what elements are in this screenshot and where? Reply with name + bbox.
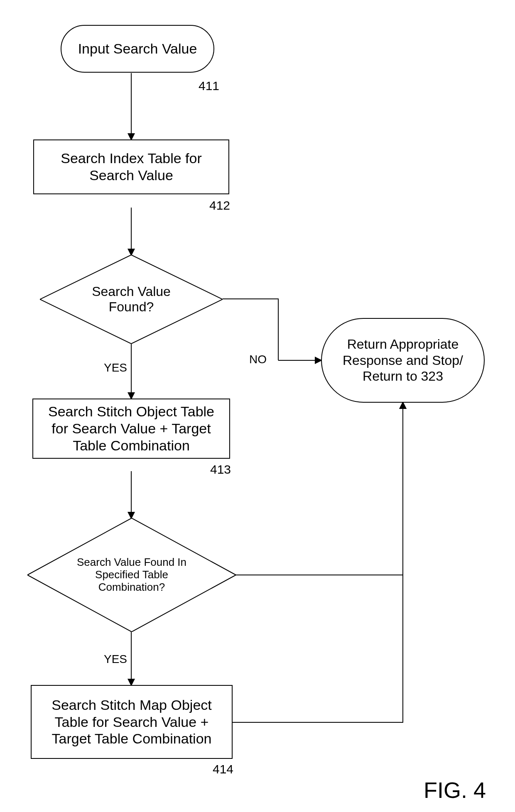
terminator-return-response: Return Appropriate Response and Stop/ Re…: [321, 318, 485, 403]
decision-search-value-found: Search Value Found?: [40, 255, 223, 344]
ref-411: 411: [199, 79, 219, 93]
decision-value-found-in-combo: Search Value Found In Specified Table Co…: [27, 518, 236, 632]
figure-label: FIG. 4: [424, 777, 486, 803]
edge-label-yes-2: YES: [104, 653, 127, 666]
flowchart-canvas: Input Search Value 411 Search Index Tabl…: [0, 0, 515, 812]
process-search-stitch-map-object-table: Search Stitch Map Object Table for Searc…: [31, 685, 233, 759]
terminator-text: Input Search Value: [78, 40, 197, 57]
terminator-input-search-value: Input Search Value: [61, 25, 214, 73]
process-text: Search Stitch Map Object Table for Searc…: [40, 697, 223, 747]
process-search-index-table: Search Index Table for Search Value: [33, 139, 229, 194]
ref-413: 413: [210, 462, 231, 477]
decision-text: Search Value Found In Specified Table Co…: [27, 518, 236, 632]
edge-label-yes-1: YES: [104, 361, 127, 374]
process-text: Search Stitch Object Table for Search Va…: [42, 403, 221, 454]
edge-label-no-1: NO: [249, 353, 267, 366]
ref-412: 412: [209, 198, 230, 213]
ref-414: 414: [213, 762, 233, 776]
terminator-text: Return Appropriate Response and Stop/ Re…: [332, 336, 474, 384]
process-search-stitch-object-table: Search Stitch Object Table for Search Va…: [32, 399, 230, 459]
decision-text: Search Value Found?: [40, 255, 223, 344]
process-text: Search Index Table for Search Value: [42, 150, 220, 184]
